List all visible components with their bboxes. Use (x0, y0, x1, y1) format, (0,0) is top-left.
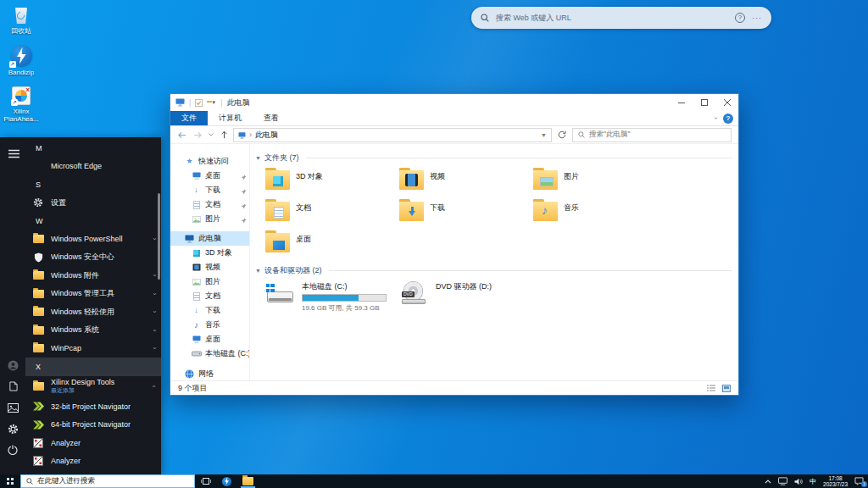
collapse-chevron-icon[interactable]: ▼ (255, 268, 261, 274)
chevron-down-icon[interactable]: › (153, 236, 156, 242)
nav-item-desktop[interactable]: 桌面 (170, 169, 249, 183)
minimize-button[interactable] (670, 94, 693, 111)
drive-tile-local-disk-c[interactable]: 本地磁盘 (C:) 19.6 GB 可用, 共 59.3 GB (265, 281, 399, 313)
nav-item-desktop-pc[interactable]: 桌面 (170, 332, 249, 347)
refresh-button[interactable] (554, 128, 570, 142)
taskbar-search-input[interactable]: 在此键入进行搜索 (20, 474, 195, 488)
start-item-64bit-project-navigator[interactable]: 64-bit Project Navigator (25, 416, 161, 435)
maximize-button[interactable] (693, 94, 715, 111)
window-titlebar[interactable]: | ▼ | 此电脑 (170, 94, 738, 111)
start-section-header-x[interactable]: X (25, 358, 161, 376)
start-item-settings[interactable]: 设置 (25, 194, 161, 213)
network-icon[interactable] (778, 477, 787, 485)
settings-icon[interactable] (7, 423, 19, 435)
large-icons-view-button[interactable] (722, 380, 731, 396)
explorer-search-input[interactable]: 搜索"此电脑" (572, 128, 732, 142)
start-button[interactable] (0, 474, 20, 488)
start-item-analyzer[interactable]: Analyzer (25, 434, 161, 452)
help-button[interactable]: ? (723, 114, 733, 124)
forward-button[interactable] (191, 128, 204, 142)
start-item-windows-admin-tools[interactable]: Windows 管理工具› (25, 285, 161, 303)
start-item-32bit-project-navigator[interactable]: 32-bit Project Navigator (25, 397, 161, 416)
nav-item-quick-access[interactable]: ★快速访问 (170, 154, 249, 169)
qat-properties-icon[interactable] (195, 95, 203, 110)
documents-icon[interactable] (7, 380, 19, 392)
edge-search-placeholder[interactable]: 搜索 Web 或键入 URL (496, 13, 728, 24)
folders-group-header[interactable]: ▼ 文件夹 (7) (255, 152, 732, 164)
edge-search-widget[interactable]: 搜索 Web 或键入 URL ? ··· (471, 7, 771, 29)
nav-item-this-pc[interactable]: 此电脑 (170, 231, 249, 246)
desktop-icon-recycle-bin[interactable]: 回收站 (2, 4, 41, 35)
ime-indicator[interactable]: 中 (810, 477, 816, 486)
tab-file[interactable]: 文件 (170, 111, 208, 125)
start-menu-scrollbar[interactable] (158, 193, 160, 280)
pictures-icon[interactable] (7, 402, 19, 413)
folder-tile-videos[interactable]: 视频 (399, 169, 533, 195)
help-icon[interactable]: ? (735, 13, 745, 23)
up-button[interactable] (217, 128, 231, 142)
nav-item-documents[interactable]: 文档 (170, 197, 249, 212)
start-item-windows-powershell[interactable]: Windows PowerShell› (25, 230, 161, 249)
desktop-icon-xilinx-planahead[interactable]: x↗ Xilinx PlanAhea... (2, 86, 41, 123)
breadcrumb[interactable]: 此电脑 (255, 130, 278, 141)
nav-item-documents-pc[interactable]: 文档 (170, 289, 249, 303)
expand-ribbon-chevron-icon[interactable]: › (715, 114, 717, 122)
chevron-down-icon[interactable]: › (153, 291, 156, 297)
back-button[interactable] (175, 128, 188, 142)
nav-item-pictures[interactable]: 图片 (170, 212, 249, 226)
start-item-windows-system[interactable]: Windows 系统› (25, 321, 161, 340)
tab-computer[interactable]: 计算机 (208, 111, 253, 125)
chevron-down-icon[interactable]: › (153, 272, 156, 279)
chevron-down-icon[interactable]: › (153, 308, 156, 315)
close-button[interactable] (715, 94, 738, 111)
chevron-down-icon[interactable]: › (153, 345, 156, 352)
nav-item-music[interactable]: ♪音乐 (170, 318, 249, 332)
folder-tile-pictures[interactable]: 图片 (533, 169, 667, 195)
drives-group-header[interactable]: ▼ 设备和驱动器 (2) (255, 265, 732, 276)
tab-view[interactable]: 查看 (253, 111, 290, 125)
collapse-chevron-icon[interactable]: ▼ (255, 155, 261, 161)
taskbar-file-explorer-button[interactable] (237, 474, 259, 488)
start-item-microsoft-edge[interactable]: Microsoft Edge (25, 158, 161, 176)
chevron-up-icon[interactable]: › (153, 383, 156, 390)
nav-item-downloads[interactable]: ↓下载 (170, 183, 249, 197)
desktop-icon-bandizip[interactable]: ↗ Bandizip (2, 45, 41, 76)
start-section-header-w[interactable]: W (25, 212, 161, 230)
nav-item-pictures-pc[interactable]: 图片 (170, 274, 249, 289)
folder-tile-documents[interactable]: 文档 (265, 200, 399, 226)
folder-tile-downloads[interactable]: 下载 (399, 200, 533, 226)
hidden-icons-chevron-icon[interactable] (765, 480, 771, 484)
chevron-down-icon[interactable]: › (153, 327, 156, 334)
nav-item-network[interactable]: 网络 (170, 367, 249, 380)
start-section-header-s[interactable]: S (25, 175, 161, 194)
address-dropdown-chevron-icon[interactable]: ▼ (541, 132, 547, 138)
start-section-header-m[interactable]: M (25, 139, 161, 158)
taskbar-bandizip-button[interactable] (216, 474, 237, 488)
clock[interactable]: 17:08 2023/7/23 (823, 475, 848, 487)
drive-tile-dvd-d[interactable]: DVD DVD 驱动器 (D:) (399, 281, 533, 313)
nav-item-videos[interactable]: 视频 (170, 260, 249, 274)
start-item-windows-accessories[interactable]: Windows 附件› (25, 267, 161, 286)
user-account-icon[interactable] (7, 359, 19, 371)
start-item-winpcap[interactable]: WinPcap› (25, 340, 161, 358)
nav-item-3d-objects[interactable]: 3D 对象 (170, 246, 249, 260)
address-bar[interactable]: › 此电脑 ▼ (233, 128, 552, 142)
power-icon[interactable] (7, 444, 19, 456)
nav-item-downloads-pc[interactable]: ↓下载 (170, 303, 249, 318)
folder-tile-desktop[interactable]: 桌面 (265, 231, 399, 258)
start-item-windows-ease-of-access[interactable]: Windows 轻松使用› (25, 303, 161, 322)
nav-item-local-disk-c[interactable]: 本地磁盘 (C:) (170, 347, 249, 361)
hamburger-menu-icon[interactable] (8, 148, 19, 158)
volume-icon[interactable] (794, 478, 803, 485)
recent-locations-chevron-icon[interactable] (207, 128, 214, 142)
folder-tile-music[interactable]: ♪音乐 (533, 200, 667, 226)
folder-tile-3d-objects[interactable]: 3D 对象 (265, 169, 399, 195)
start-item-xilinx-design-tools[interactable]: Xilinx Design Tools最近添加› (25, 376, 161, 398)
notification-center-button[interactable]: 1 (854, 477, 864, 485)
more-options-icon[interactable]: ··· (752, 14, 762, 22)
details-view-button[interactable] (707, 380, 715, 396)
start-item-analyzer[interactable]: Analyzer (25, 452, 161, 471)
start-item-windows-security[interactable]: Windows 安全中心 (25, 248, 161, 267)
task-view-button[interactable] (195, 474, 216, 488)
qat-customize-chevron-icon[interactable]: ▼ (211, 100, 216, 105)
